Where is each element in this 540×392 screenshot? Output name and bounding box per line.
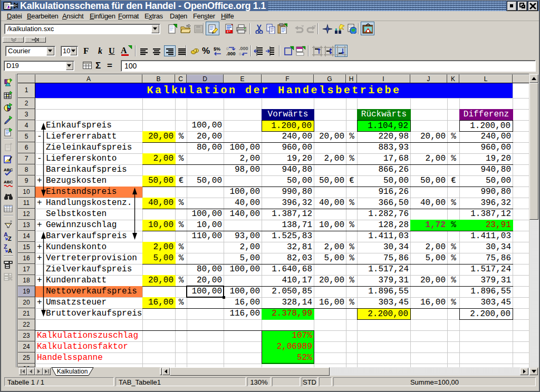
svg-text:A: A (8, 248, 12, 253)
svg-text:.000: .000 (239, 46, 248, 51)
svg-text:Z: Z (4, 244, 7, 250)
svg-text:0: 0 (239, 52, 242, 56)
svg-text:.000: .000 (226, 51, 236, 56)
svg-text:ABC: ABC (4, 180, 13, 184)
svg-text:Kalkulation: Kalkulation (57, 368, 88, 375)
svg-text:A: A (4, 232, 8, 238)
svg-text:0: 0 (226, 46, 229, 51)
svg-text:$%: $% (214, 46, 220, 52)
svg-text:ABC: ABC (4, 168, 13, 172)
svg-text:Z: Z (8, 236, 12, 241)
